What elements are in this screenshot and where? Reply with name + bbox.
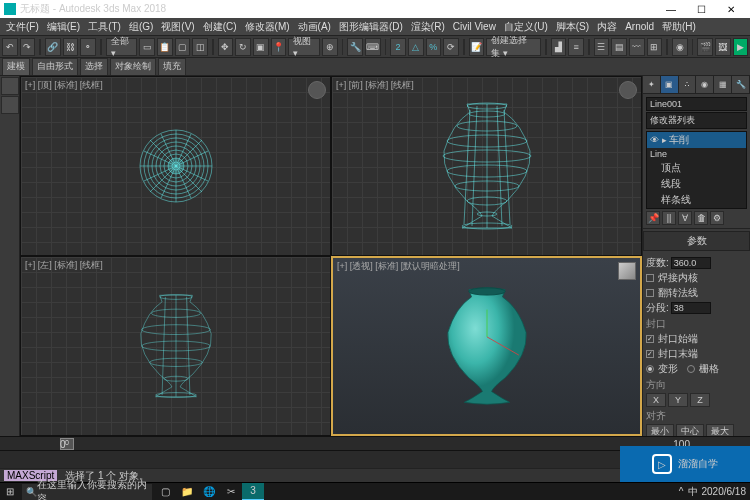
- menu-tools[interactable]: 工具(T): [84, 18, 125, 36]
- tab-display-icon[interactable]: ▦: [714, 76, 732, 93]
- tab-hierarchy-icon[interactable]: ⛬: [679, 76, 697, 93]
- selection-filter[interactable]: 全部 ▾: [106, 38, 138, 56]
- tab-motion-icon[interactable]: ◉: [696, 76, 714, 93]
- select-button[interactable]: ▭: [139, 38, 155, 56]
- stack-item-vertex[interactable]: 顶点: [647, 160, 746, 176]
- taskbar-explorer-icon[interactable]: 📁: [176, 483, 198, 501]
- named-selection-button[interactable]: 📝: [469, 38, 485, 56]
- flip-normals-checkbox[interactable]: [646, 289, 654, 297]
- grid-radio[interactable]: [687, 365, 695, 373]
- menu-civil-view[interactable]: Civil View: [449, 18, 500, 36]
- menu-group[interactable]: 组(G): [125, 18, 157, 36]
- unique-button[interactable]: ∀: [678, 211, 692, 225]
- rotate-button[interactable]: ↻: [235, 38, 251, 56]
- viewport-front[interactable]: [+] [前] [标准] [线框]: [331, 76, 642, 256]
- system-tray[interactable]: ^ 中 2020/6/18: [675, 485, 750, 499]
- ribbon-tab-populate[interactable]: 填充: [158, 58, 186, 76]
- ribbon-tab-modeling[interactable]: 建模: [2, 58, 30, 76]
- bind-button[interactable]: ⚬: [80, 38, 96, 56]
- stack-item-spline[interactable]: 样条线: [647, 192, 746, 208]
- degrees-input[interactable]: [671, 257, 711, 269]
- viewport-left-label[interactable]: [+] [左] [标准] [线框]: [25, 259, 103, 272]
- minimize-button[interactable]: —: [656, 0, 686, 18]
- menu-help[interactable]: 帮助(H): [658, 18, 700, 36]
- morph-radio[interactable]: [646, 365, 654, 373]
- menu-modifiers[interactable]: 修改器(M): [241, 18, 294, 36]
- tray-ime-icon[interactable]: 中: [688, 485, 698, 499]
- menu-rendering[interactable]: 渲染(R): [407, 18, 449, 36]
- remove-mod-button[interactable]: 🗑: [694, 211, 708, 225]
- viewport-top[interactable]: [+] [顶] [标准] [线框]: [20, 76, 331, 256]
- taskbar-snip-icon[interactable]: ✂: [220, 483, 242, 501]
- scale-button[interactable]: ▣: [253, 38, 269, 56]
- tab-modify-icon[interactable]: ▣: [661, 76, 679, 93]
- taskbar-max-icon[interactable]: 3: [242, 483, 264, 501]
- align-button[interactable]: ≡: [568, 38, 584, 56]
- cap-end-checkbox[interactable]: [646, 350, 654, 358]
- select-name-button[interactable]: 📋: [157, 38, 173, 56]
- menu-animation[interactable]: 动画(A): [294, 18, 335, 36]
- select-manipulate-button[interactable]: 🔧: [347, 38, 363, 56]
- viewport-front-label[interactable]: [+] [前] [标准] [线框]: [336, 79, 414, 92]
- align-min-button[interactable]: 最小: [646, 424, 674, 436]
- tray-chevron-icon[interactable]: ^: [679, 486, 684, 497]
- menu-script[interactable]: 脚本(S): [552, 18, 593, 36]
- menu-arnold[interactable]: Arnold: [621, 18, 658, 36]
- viewcube-top-icon[interactable]: [308, 81, 326, 99]
- material-editor-button[interactable]: ◉: [672, 38, 688, 56]
- maximize-button[interactable]: ☐: [686, 0, 716, 18]
- move-button[interactable]: ✥: [218, 38, 234, 56]
- weld-core-checkbox[interactable]: [646, 274, 654, 282]
- curve-editor-button[interactable]: 〰: [629, 38, 645, 56]
- axis-x-button[interactable]: X: [646, 393, 666, 407]
- start-button[interactable]: ⊞: [0, 483, 20, 501]
- percent-snap-button[interactable]: %: [426, 38, 442, 56]
- show-end-button[interactable]: ||: [662, 211, 676, 225]
- angle-snap-button[interactable]: △: [408, 38, 424, 56]
- menu-create[interactable]: 创建(C): [199, 18, 241, 36]
- snap-2d-button[interactable]: 2: [390, 38, 406, 56]
- schematic-button[interactable]: ⊞: [647, 38, 663, 56]
- object-name-field[interactable]: Line001: [646, 97, 747, 111]
- axis-y-button[interactable]: Y: [668, 393, 688, 407]
- stack-item-lathe[interactable]: 👁 ▸ 车削: [647, 132, 746, 148]
- taskbar-search[interactable]: 🔍 在这里输入你要搜索的内容: [22, 484, 152, 500]
- window-crossing-button[interactable]: ◫: [192, 38, 208, 56]
- params-rollout-header[interactable]: 参数: [643, 231, 750, 251]
- axis-z-button[interactable]: Z: [690, 393, 710, 407]
- viewcube-front-icon[interactable]: [619, 81, 637, 99]
- render-button[interactable]: ▶: [733, 38, 749, 56]
- viewcube-perspective-icon[interactable]: [618, 262, 636, 280]
- configure-button[interactable]: ⚙: [710, 211, 724, 225]
- menu-graph-editors[interactable]: 图形编辑器(D): [335, 18, 407, 36]
- ref-coord-system[interactable]: 视图 ▾: [288, 38, 320, 56]
- align-max-button[interactable]: 最大: [706, 424, 734, 436]
- spinner-snap-button[interactable]: ⟳: [443, 38, 459, 56]
- pin-stack-button[interactable]: 📌: [646, 211, 660, 225]
- close-button[interactable]: ✕: [716, 0, 746, 18]
- layer-button[interactable]: ☰: [594, 38, 610, 56]
- link-button[interactable]: 🔗: [45, 38, 61, 56]
- named-selection-set[interactable]: 创建选择集 ▾: [486, 38, 541, 56]
- left-tool-2[interactable]: [1, 96, 19, 114]
- menu-view[interactable]: 视图(V): [157, 18, 198, 36]
- ribbon-tab-paint[interactable]: 对象绘制: [110, 58, 156, 76]
- menu-file[interactable]: 文件(F): [2, 18, 43, 36]
- left-tool-1[interactable]: [1, 77, 19, 95]
- ribbon-tab-selection[interactable]: 选择: [80, 58, 108, 76]
- tab-create-icon[interactable]: ✦: [643, 76, 661, 93]
- mirror-button[interactable]: ▟: [551, 38, 567, 56]
- use-center-button[interactable]: ⊕: [322, 38, 338, 56]
- ribbon-tab-freeform[interactable]: 自由形式: [32, 58, 78, 76]
- task-view-button[interactable]: ▢: [154, 483, 176, 501]
- placement-button[interactable]: 📍: [271, 38, 287, 56]
- unlink-button[interactable]: ⛓: [63, 38, 79, 56]
- menu-edit[interactable]: 编辑(E): [43, 18, 84, 36]
- cap-start-checkbox[interactable]: [646, 335, 654, 343]
- segments-input[interactable]: [671, 302, 711, 314]
- menu-content[interactable]: 内容: [593, 18, 621, 36]
- menu-customize[interactable]: 自定义(U): [500, 18, 552, 36]
- render-setup-button[interactable]: 🎬: [697, 38, 713, 56]
- viewport-perspective[interactable]: [+] [透视] [标准] [默认明暗处理]: [331, 256, 642, 436]
- toggle-ribbon-button[interactable]: ▤: [611, 38, 627, 56]
